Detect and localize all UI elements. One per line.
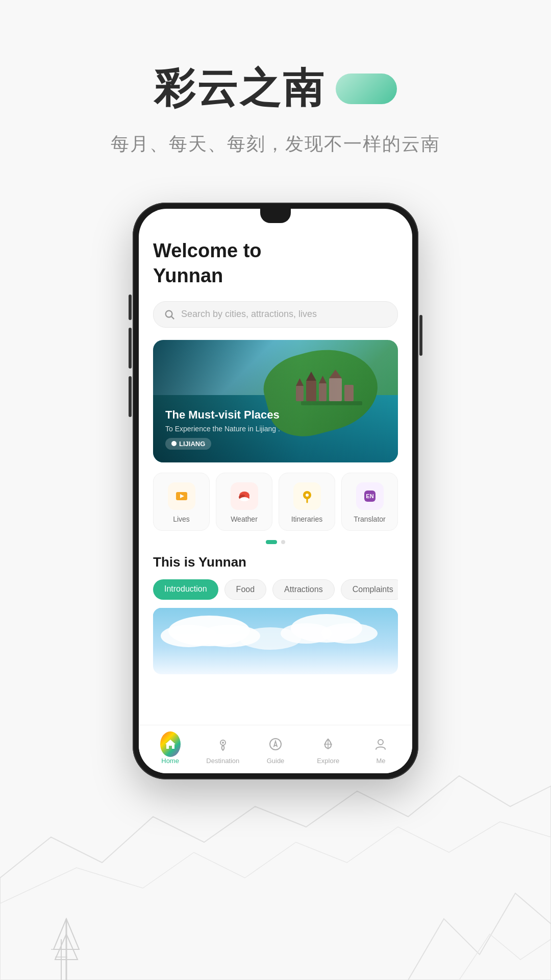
svg-marker-40 (274, 741, 277, 746)
explore-nav-label: Explore (317, 757, 339, 765)
icon-card-translator[interactable]: EN Translator (341, 473, 398, 531)
banner-title: The Must-visit Places (165, 408, 280, 422)
tab-food[interactable]: Food (224, 579, 266, 600)
banner-subtitle: To Experience the Nature in Lijiang . (165, 425, 280, 433)
lives-icon (174, 489, 189, 503)
section-title: This is Yunnan (153, 554, 398, 570)
main-title: 彩云之南 (154, 61, 325, 116)
itineraries-icon-bg (293, 482, 321, 510)
explore-icon (321, 737, 335, 751)
dots-indicator (153, 540, 398, 544)
explore-nav-icon (318, 734, 338, 754)
me-nav-label: Me (376, 757, 385, 765)
search-placeholder: Search by cities, attractions, lives (181, 309, 317, 320)
guide-nav-label: Guide (267, 757, 285, 765)
bottom-nav: Home Destination (139, 725, 412, 773)
header-section: 彩云之南 每月、每天、每刻，发现不一样的云南 (111, 0, 440, 187)
silent-button (129, 376, 132, 417)
content-image-bg (153, 608, 398, 674)
search-bar[interactable]: Search by cities, attractions, lives (153, 301, 398, 328)
svg-point-25 (306, 494, 309, 497)
destination-nav-icon (213, 734, 233, 754)
guide-icon (268, 737, 283, 751)
app-body: Welcome to Yunnan Search by cities, attr… (139, 223, 412, 725)
guide-nav-icon (265, 734, 286, 754)
dot-active (266, 540, 277, 544)
icon-card-itineraries[interactable]: Itineraries (279, 473, 335, 531)
lives-label: Lives (173, 515, 190, 523)
svg-marker-36 (165, 740, 176, 749)
itineraries-icon (300, 489, 314, 503)
translator-label: Translator (354, 515, 386, 523)
home-nav-label: Home (161, 757, 179, 765)
banner-location: LIJIANG (165, 438, 211, 450)
tabs-row: Introduction Food Attractions Complaints (153, 579, 398, 600)
svg-point-34 (321, 623, 378, 644)
itineraries-label: Itineraries (291, 515, 322, 523)
nav-guide[interactable]: Guide (249, 730, 302, 769)
quick-icons-grid: Lives W (153, 473, 398, 531)
svg-point-6 (166, 310, 172, 317)
volume-up-button (129, 295, 132, 320)
nav-destination[interactable]: Destination (196, 730, 249, 769)
weather-icon-bg (231, 482, 258, 510)
nav-explore[interactable]: Explore (302, 730, 355, 769)
weather-icon (237, 489, 252, 503)
tab-attractions[interactable]: Attractions (272, 579, 335, 600)
destination-nav-label: Destination (206, 757, 239, 765)
me-nav-icon (370, 734, 391, 754)
home-icon-circle (160, 731, 181, 757)
banner-card[interactable]: The Must-visit Places To Experience the … (153, 340, 398, 462)
banner-content: The Must-visit Places To Experience the … (165, 408, 280, 450)
volume-down-button (129, 328, 132, 369)
app-content: Welcome to Yunnan Search by cities, attr… (139, 209, 412, 773)
sky-svg (153, 608, 398, 674)
tab-complaints[interactable]: Complaints (341, 579, 398, 600)
camera-notch (260, 209, 291, 223)
title-wrapper: 彩云之南 (154, 61, 397, 116)
translator-icon-bg: EN (356, 482, 384, 510)
svg-marker-2 (55, 934, 78, 960)
tab-introduction[interactable]: Introduction (153, 579, 218, 600)
icon-card-weather[interactable]: Weather (216, 473, 272, 531)
search-icon (164, 309, 175, 320)
lives-icon-bg (168, 482, 195, 510)
weather-label: Weather (231, 515, 258, 523)
title-badge-decoration (336, 74, 397, 104)
translator-icon: EN (363, 489, 377, 503)
nav-me[interactable]: Me (355, 730, 407, 769)
svg-point-43 (378, 740, 383, 745)
svg-point-23 (240, 497, 249, 501)
subtitle: 每月、每天、每刻，发现不一样的云南 (111, 132, 440, 157)
svg-text:EN: EN (366, 493, 373, 499)
content-image (153, 608, 398, 674)
home-nav-icon (160, 734, 181, 754)
svg-line-7 (171, 316, 174, 319)
svg-marker-1 (54, 919, 79, 949)
svg-point-35 (240, 627, 301, 650)
power-button (419, 315, 422, 356)
welcome-heading: Welcome to Yunnan (153, 238, 398, 289)
destination-icon (216, 737, 230, 751)
phone-mockup: Welcome to Yunnan Search by cities, attr… (133, 203, 418, 779)
home-icon (164, 738, 177, 751)
dot-inactive-1 (281, 540, 285, 544)
banner-location-text: LIJIANG (179, 440, 205, 448)
phone-screen: Welcome to Yunnan Search by cities, attr… (139, 209, 412, 773)
me-icon (373, 737, 388, 751)
phone-frame: Welcome to Yunnan Search by cities, attr… (133, 203, 418, 779)
icon-card-lives[interactable]: Lives (153, 473, 210, 531)
svg-point-38 (222, 742, 224, 744)
nav-home[interactable]: Home (144, 730, 196, 769)
location-dot (171, 441, 177, 446)
